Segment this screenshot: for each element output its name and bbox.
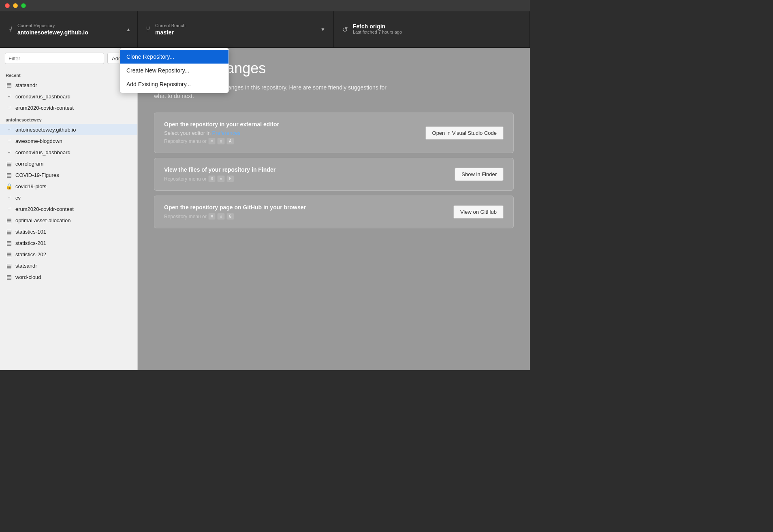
book-icon: ▤ xyxy=(6,82,12,88)
open-editor-shortcut: Repository menu or ⌘ ⇧ A xyxy=(164,138,425,145)
fetch-origin-section[interactable]: ↺ Fetch origin Last fetched 7 hours ago xyxy=(334,11,530,47)
kbd-shift: ⇧ xyxy=(217,175,225,182)
sidebar-item-name: COVID-19-Figures xyxy=(15,172,59,178)
book-icon: ▤ xyxy=(6,251,12,257)
current-branch-section[interactable]: ⑂ Current Branch master ▼ xyxy=(138,11,334,47)
sidebar-item-name: correlogram xyxy=(15,161,43,167)
show-finder-shortcut: Repository menu or ⌘ ⇧ F xyxy=(164,175,455,182)
fork-icon: ⑂ xyxy=(6,206,12,212)
open-editor-title: Open the repository in your external edi… xyxy=(164,121,425,128)
fork-icon: ⑂ xyxy=(6,126,12,133)
sidebar-item-antoinesoetewey-github[interactable]: ⑂ antoinesoetewey.github.io xyxy=(0,124,137,135)
sidebar-item-name: statistics-201 xyxy=(15,240,46,246)
add-dropdown-menu: Clone Repository... Create New Repositor… xyxy=(120,48,229,93)
sidebar-item-word-cloud[interactable]: ▤ word-cloud xyxy=(0,271,137,283)
view-github-card-content: Open the repository page on GitHub in yo… xyxy=(164,204,453,220)
sidebar-item-name: coronavirus_dashboard xyxy=(15,94,70,100)
sidebar-item-name: statistics-202 xyxy=(15,251,46,257)
add-existing-repository-option[interactable]: Add Existing Repository... xyxy=(120,77,228,91)
sidebar-item-covid19-plots[interactable]: 🔒 covid19-plots xyxy=(0,181,137,192)
book-icon: ▤ xyxy=(6,240,12,246)
minimize-button[interactable] xyxy=(13,3,18,8)
filter-input[interactable] xyxy=(5,53,104,64)
shortcut-prefix: Repository menu or xyxy=(164,214,207,219)
current-repo-section[interactable]: ⑂ Current Repository antoinesoetewey.git… xyxy=(0,11,138,47)
sidebar-item-coronavirus-recent[interactable]: ⑂ coronavirus_dashboard xyxy=(0,91,137,102)
sidebar-item-statistics-101[interactable]: ▤ statistics-101 xyxy=(0,226,137,237)
branch-icon: ⑂ xyxy=(146,25,150,34)
show-in-finder-button[interactable]: Show in Finder xyxy=(455,168,504,181)
toolbar: ⑂ Current Repository antoinesoetewey.git… xyxy=(0,11,530,48)
kbd-cmd: ⌘ xyxy=(208,213,216,220)
lock-icon: 🔒 xyxy=(6,183,12,189)
view-github-card: Open the repository page on GitHub in yo… xyxy=(154,196,514,228)
sidebar-item-erum[interactable]: ⑂ erum2020-covidr-contest xyxy=(0,203,137,215)
fork-icon: ⑂ xyxy=(6,104,12,111)
sidebar-item-name: erum2020-covidr-contest xyxy=(15,206,74,212)
sidebar: Add ▼ Recent ▤ statsandr ⑂ coronavirus_d… xyxy=(0,48,138,370)
kbd-cmd: ⌘ xyxy=(208,138,216,145)
maximize-button[interactable] xyxy=(21,3,26,8)
sidebar-item-correlogram[interactable]: ▤ correlogram xyxy=(0,158,137,169)
book-icon: ▤ xyxy=(6,228,12,235)
fetch-icon: ↺ xyxy=(342,25,348,34)
view-github-shortcut: Repository menu or ⌘ ⇧ G xyxy=(164,213,453,220)
sidebar-item-statsandr[interactable]: ▤ statsandr xyxy=(0,260,137,271)
sidebar-item-awesome-blogdown[interactable]: ⑂ awesome-blogdown xyxy=(0,135,137,147)
sidebar-item-statistics-201[interactable]: ▤ statistics-201 xyxy=(0,237,137,249)
sidebar-item-name: awesome-blogdown xyxy=(15,138,62,144)
sidebar-item-name: statsandr xyxy=(15,263,37,269)
kbd-f: F xyxy=(226,175,234,182)
branch-chevron-icon: ▼ xyxy=(320,27,325,32)
open-in-vscode-button[interactable]: Open in Visual Studio Code xyxy=(425,126,504,140)
antoinesoetewey-group-label: antoinesoetewey xyxy=(0,113,137,124)
fetch-origin-text: Fetch origin Last fetched 7 hours ago xyxy=(353,23,521,36)
open-editor-card-content: Open the repository in your external edi… xyxy=(164,121,425,145)
current-branch-value: master xyxy=(155,29,316,36)
close-button[interactable] xyxy=(5,3,10,8)
kbd-shift: ⇧ xyxy=(217,138,225,145)
shortcut-prefix: Repository menu or xyxy=(164,138,207,144)
repo-icon: ⑂ xyxy=(8,25,13,34)
fork-icon: ⑂ xyxy=(6,194,12,201)
sidebar-item-cv[interactable]: ⑂ cv xyxy=(0,192,137,203)
book-icon: ▤ xyxy=(6,217,12,223)
kbd-cmd: ⌘ xyxy=(208,175,216,182)
show-finder-card-content: View the files of your repository in Fin… xyxy=(164,166,455,182)
sidebar-item-name: antoinesoetewey.github.io xyxy=(15,127,76,133)
create-new-repository-option[interactable]: Create New Repository... xyxy=(120,64,228,77)
preferences-link[interactable]: Preferences xyxy=(212,130,241,136)
show-finder-title: View the files of your repository in Fin… xyxy=(164,166,455,173)
title-bar xyxy=(0,0,530,11)
sidebar-item-statistics-202[interactable]: ▤ statistics-202 xyxy=(0,249,137,260)
sidebar-item-name: optimal-asset-allocation xyxy=(15,217,71,223)
content-area: No local changes There are no uncommitte… xyxy=(138,48,530,370)
sidebar-item-covid19-figures[interactable]: ▤ COVID-19-Figures xyxy=(0,169,137,181)
sidebar-item-coronavirus[interactable]: ⑂ coronavirus_dashboard xyxy=(0,147,137,158)
sidebar-item-name: statsandr xyxy=(15,82,37,88)
sidebar-item-statsandr-recent[interactable]: ▤ statsandr xyxy=(0,79,137,91)
kbd-shift: ⇧ xyxy=(217,213,225,220)
sidebar-item-erum-recent[interactable]: ⑂ erum2020-covidr-contest xyxy=(0,102,137,113)
book-icon: ▤ xyxy=(6,262,12,269)
fork-icon: ⑂ xyxy=(6,138,12,144)
repo-chevron-icon: ▲ xyxy=(126,27,131,32)
main-layout: Add ▼ Recent ▤ statsandr ⑂ coronavirus_d… xyxy=(0,48,530,370)
kbd-a: A xyxy=(226,138,234,145)
book-icon: ▤ xyxy=(6,172,12,178)
view-on-github-button[interactable]: View on GitHub xyxy=(453,205,504,219)
sidebar-item-optimal-asset[interactable]: ▤ optimal-asset-allocation xyxy=(0,215,137,226)
fetch-origin-label: Fetch origin xyxy=(353,23,521,30)
sidebar-item-name: covid19-plots xyxy=(15,183,47,189)
fetch-origin-sublabel: Last fetched 7 hours ago xyxy=(353,30,521,34)
open-editor-subtitle: Select your editor in Preferences xyxy=(164,130,425,136)
clone-repository-option[interactable]: Clone Repository... xyxy=(120,50,228,64)
sidebar-item-name: word-cloud xyxy=(15,274,41,280)
kbd-g: G xyxy=(226,213,234,220)
current-branch-text: Current Branch master xyxy=(155,23,316,36)
fork-icon: ⑂ xyxy=(6,93,12,100)
show-finder-card: View the files of your repository in Fin… xyxy=(154,158,514,191)
fork-icon: ⑂ xyxy=(6,149,12,155)
book-icon: ▤ xyxy=(6,274,12,280)
sidebar-header: Add ▼ xyxy=(0,48,137,69)
